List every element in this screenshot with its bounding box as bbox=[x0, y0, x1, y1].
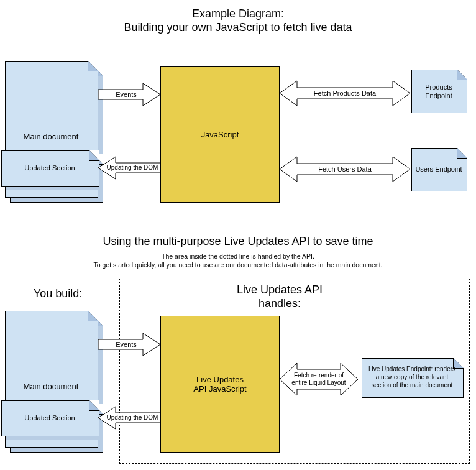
events-arrow-2-label: Events bbox=[104, 341, 148, 348]
fetch-rerender-arrow-label-1: Fetch re-render of bbox=[287, 372, 350, 379]
updating-dom-arrow-label: Updating the DOM bbox=[106, 164, 159, 171]
live-updates-js-label-2: API JavaScript bbox=[193, 384, 246, 394]
main-document-2-label: Main document bbox=[5, 382, 97, 391]
javascript-box: JavaScript bbox=[160, 66, 280, 203]
products-endpoint bbox=[411, 70, 467, 113]
section2-title: Using the multi-purpose Live Updates API… bbox=[0, 235, 476, 248]
updating-dom-arrow-2-label: Updating the DOM bbox=[106, 414, 159, 421]
live-updates-js-label-1: Live Updates bbox=[196, 375, 244, 384]
api-handles-label-1: Live Updates API bbox=[186, 283, 373, 297]
endpoint-note-line-3: section of the main document bbox=[362, 382, 462, 389]
updated-section-label: Updated Section bbox=[1, 164, 98, 172]
diagram-title-line1: Example Diagram: bbox=[0, 7, 476, 21]
diagram-title-line2: Building your own JavaScript to fetch li… bbox=[0, 21, 476, 34]
endpoint-note-line-2: a new copy of the relevant bbox=[362, 374, 462, 380]
updated-section-2-label: Updated Section bbox=[1, 414, 98, 422]
fetch-products-arrow-label: Fetch Products Data bbox=[298, 90, 391, 97]
products-endpoint-label-1: Products bbox=[411, 83, 466, 91]
section2-sub1: The area inside the dotted line is handl… bbox=[0, 252, 476, 260]
events-arrow-label: Events bbox=[104, 91, 148, 98]
javascript-box-label: JavaScript bbox=[201, 130, 239, 139]
section2-sub2: To get started quickly, all you need to … bbox=[0, 261, 476, 269]
you-build-label: You build: bbox=[5, 287, 111, 300]
fetch-users-arrow-label: Fetch Users Data bbox=[304, 165, 385, 173]
products-endpoint-label-2: Endpoint bbox=[411, 92, 466, 99]
users-endpoint-label: Users Endpoint bbox=[411, 165, 466, 173]
api-handles-label-2: handles: bbox=[186, 297, 373, 310]
fetch-rerender-arrow-label-2: entire Liquid Layout bbox=[287, 379, 350, 387]
live-updates-js-box: Live Updates API JavaScript bbox=[160, 316, 280, 453]
endpoint-note-line-1: Live Updates Endpoint: renders bbox=[362, 366, 462, 372]
main-document-label: Main document bbox=[5, 132, 97, 141]
